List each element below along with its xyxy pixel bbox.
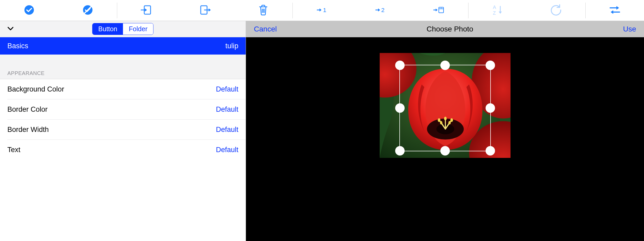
cancel-button[interactable]: Cancel	[254, 25, 277, 33]
chevron-down-icon	[7, 25, 14, 33]
left-pane-header: Button Folder	[0, 21, 246, 37]
crop-handle-middle-left[interactable]	[395, 103, 405, 113]
crop-handle-bottom-center[interactable]	[440, 146, 450, 156]
basics-row[interactable]: Basics tulip	[0, 37, 246, 55]
type-segmented-control: Button Folder	[92, 23, 153, 35]
toolbar-button-export[interactable]	[176, 0, 234, 21]
appearance-row-background-color[interactable]: Background Color Default	[0, 79, 246, 99]
basics-label: Basics	[7, 42, 225, 50]
arrow-to-1-icon: 1	[316, 4, 328, 17]
choose-photo-header: Cancel Choose Photo Use	[246, 21, 644, 37]
arrow-to-2-icon: 2	[374, 4, 387, 17]
crop-handle-top-left[interactable]	[395, 61, 405, 70]
segment-button[interactable]: Button	[92, 23, 123, 35]
svg-point-0	[24, 5, 34, 15]
svg-text:1: 1	[323, 7, 327, 13]
appearance-header: APPEARANCE	[0, 70, 246, 79]
crop-handle-middle-right[interactable]	[486, 103, 495, 113]
collapse-chevron[interactable]	[5, 24, 16, 34]
section-spacer	[0, 55, 246, 70]
toolbar: 1 2 AZ	[0, 0, 644, 21]
segment-folder[interactable]: Folder	[123, 23, 153, 35]
basics-value: tulip	[225, 42, 239, 50]
toolbar-button-arrow-2[interactable]: 2	[351, 0, 410, 21]
toolbar-button-uncheck[interactable]	[58, 0, 117, 21]
trash-icon	[257, 4, 270, 17]
row-label: Border Width	[7, 126, 216, 134]
toolbar-button-check[interactable]	[0, 0, 58, 21]
row-label: Background Color	[7, 85, 216, 93]
toolbar-button-trash[interactable]	[234, 0, 292, 21]
toolbar-button-arrow-box[interactable]	[410, 0, 468, 21]
crop-handle-top-center[interactable]	[440, 61, 450, 70]
toolbar-button-swap[interactable]	[586, 0, 644, 21]
crop-handle-bottom-right[interactable]	[486, 146, 495, 156]
photo-area[interactable]	[246, 37, 644, 241]
appearance-row-text[interactable]: Text Default	[0, 140, 246, 160]
swap-arrows-icon	[609, 4, 621, 17]
row-value: Default	[216, 105, 239, 114]
toolbar-button-sort-az[interactable]: AZ	[468, 0, 527, 21]
row-label: Text	[7, 146, 216, 154]
svg-point-8	[441, 8, 441, 8]
sort-az-icon: AZ	[491, 4, 504, 17]
toolbar-button-refresh[interactable]	[527, 0, 585, 21]
use-button[interactable]: Use	[623, 25, 636, 33]
choose-photo-title: Choose Photo	[277, 25, 623, 33]
main-split: Button Folder Basics tulip APPEARANCE Ba…	[0, 21, 644, 241]
export-icon	[199, 4, 211, 17]
left-pane: Button Folder Basics tulip APPEARANCE Ba…	[0, 21, 246, 241]
toolbar-button-arrow-1[interactable]: 1	[293, 0, 351, 21]
toolbar-button-import[interactable]	[117, 0, 176, 21]
right-pane: Cancel Choose Photo Use	[246, 21, 644, 241]
svg-text:A: A	[493, 5, 496, 10]
appearance-row-border-color[interactable]: Border Color Default	[0, 99, 246, 119]
appearance-row-border-width[interactable]: Border Width Default	[0, 120, 246, 140]
refresh-icon	[550, 4, 562, 17]
check-solid-icon	[23, 4, 35, 17]
appearance-list: Background Color Default Border Color De…	[0, 79, 246, 160]
svg-text:2: 2	[381, 7, 385, 13]
check-x-solid-icon	[81, 4, 94, 17]
arrow-to-box-icon	[432, 4, 445, 17]
crop-handle-top-right[interactable]	[486, 61, 495, 70]
crop-handle-bottom-left[interactable]	[395, 146, 405, 156]
svg-text:Z: Z	[493, 10, 496, 16]
import-icon	[140, 4, 153, 17]
row-label: Border Color	[7, 105, 216, 114]
row-value: Default	[216, 146, 239, 154]
row-value: Default	[216, 126, 239, 134]
row-value: Default	[216, 85, 239, 93]
crop-rectangle[interactable]	[399, 65, 491, 151]
